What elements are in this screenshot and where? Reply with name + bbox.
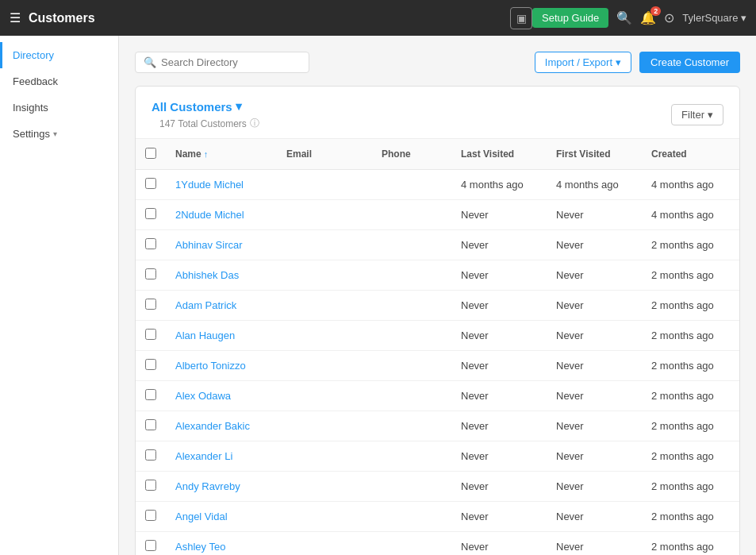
table-row: Andy Ravreby Never Never 2 months ago bbox=[136, 472, 740, 502]
col-created-header[interactable]: Created bbox=[642, 139, 737, 170]
row-name[interactable]: Abhishek Das bbox=[166, 260, 277, 291]
row-name[interactable]: 2Ndude Michel bbox=[166, 200, 277, 230]
row-checkbox[interactable] bbox=[145, 329, 156, 340]
row-last-visited: Never bbox=[451, 502, 547, 532]
row-name[interactable]: Abhinav Sircar bbox=[166, 230, 277, 260]
create-customer-button[interactable]: Create Customer bbox=[639, 52, 740, 73]
row-name[interactable]: 1Ydude Michel bbox=[166, 170, 277, 200]
info-icon: ⓘ bbox=[250, 117, 259, 130]
row-phone bbox=[372, 200, 451, 230]
customer-name-link[interactable]: 1Ydude Michel bbox=[175, 179, 244, 191]
user-menu[interactable]: TylerSquare ▾ bbox=[682, 12, 746, 24]
row-checkbox[interactable] bbox=[145, 480, 156, 491]
row-checkbox[interactable] bbox=[145, 389, 156, 400]
row-checkbox-cell[interactable] bbox=[136, 200, 166, 230]
row-last-visited: Never bbox=[451, 321, 547, 351]
row-name[interactable]: Alan Haugen bbox=[166, 321, 277, 351]
row-checkbox-cell[interactable] bbox=[136, 321, 166, 351]
row-checkbox[interactable] bbox=[145, 419, 156, 430]
row-first-visited: Never bbox=[547, 321, 642, 351]
customer-name-link[interactable]: Andy Ravreby bbox=[175, 480, 240, 492]
row-checkbox[interactable] bbox=[145, 540, 156, 551]
sidebar-item-feedback[interactable]: Feedback bbox=[0, 68, 118, 94]
customer-name-link[interactable]: Ashley Teo bbox=[175, 541, 225, 553]
row-checkbox-cell[interactable] bbox=[136, 411, 166, 441]
search-box: 🔍 bbox=[135, 52, 309, 73]
customer-name-link[interactable]: Adam Patrick bbox=[175, 299, 236, 311]
row-checkbox-cell[interactable] bbox=[136, 502, 166, 532]
row-email bbox=[277, 441, 372, 472]
search-icon: 🔍 bbox=[144, 56, 156, 68]
menu-icon[interactable]: ☰ bbox=[10, 10, 21, 25]
sidebar-item-directory[interactable]: Directory bbox=[0, 42, 118, 68]
row-name[interactable]: Alexander Li bbox=[166, 441, 277, 472]
row-company bbox=[737, 260, 740, 291]
customer-name-link[interactable]: Alan Haugen bbox=[175, 330, 235, 341]
import-export-button[interactable]: Import / Export ▾ bbox=[535, 52, 631, 73]
col-phone-header[interactable]: Phone bbox=[372, 139, 451, 170]
row-checkbox[interactable] bbox=[145, 178, 156, 189]
search-input[interactable] bbox=[161, 56, 301, 68]
customer-name-link[interactable]: Alexander Li bbox=[175, 450, 232, 462]
col-email-header[interactable]: Email bbox=[277, 139, 372, 170]
sidebar-item-insights[interactable]: Insights bbox=[0, 94, 118, 121]
row-email bbox=[277, 502, 372, 532]
table-row: Abhinav Sircar Never Never 2 months ago bbox=[136, 230, 740, 260]
select-all-checkbox[interactable] bbox=[145, 148, 156, 159]
row-checkbox[interactable] bbox=[145, 359, 156, 370]
col-first-visited-header[interactable]: First Visited bbox=[547, 139, 642, 170]
col-company-header[interactable]: Company bbox=[737, 139, 740, 170]
sidebar-item-settings[interactable]: Settings ▾ bbox=[0, 121, 118, 147]
square-icon[interactable]: ▣ bbox=[510, 7, 532, 29]
setup-guide-button[interactable]: Setup Guide bbox=[532, 8, 608, 28]
bell-icon[interactable]: 🔔 2 bbox=[640, 10, 656, 25]
row-phone bbox=[372, 321, 451, 351]
row-checkbox-cell[interactable] bbox=[136, 381, 166, 411]
row-checkbox-cell[interactable] bbox=[136, 532, 166, 556]
row-phone bbox=[372, 260, 451, 291]
row-checkbox-cell[interactable] bbox=[136, 260, 166, 291]
row-checkbox[interactable] bbox=[145, 208, 156, 219]
row-email bbox=[277, 200, 372, 230]
row-checkbox[interactable] bbox=[145, 299, 156, 310]
row-name[interactable]: Andy Ravreby bbox=[166, 472, 277, 502]
customer-name-link[interactable]: Alex Odawa bbox=[175, 390, 231, 402]
row-name[interactable]: Alberto Tonizzo bbox=[166, 351, 277, 381]
search-icon[interactable]: 🔍 bbox=[616, 10, 632, 25]
row-checkbox-cell[interactable] bbox=[136, 291, 166, 321]
all-customers-title[interactable]: All Customers ▾ bbox=[152, 99, 259, 114]
table-row: Adam Patrick Never Never 2 months ago bbox=[136, 291, 740, 321]
col-name-header[interactable]: Name bbox=[166, 139, 277, 170]
select-all-header[interactable] bbox=[136, 139, 166, 170]
col-last-visited-header[interactable]: Last Visited bbox=[451, 139, 547, 170]
row-checkbox[interactable] bbox=[145, 238, 156, 249]
row-phone bbox=[372, 411, 451, 441]
customer-name-link[interactable]: Alberto Tonizzo bbox=[175, 360, 246, 372]
row-checkbox[interactable] bbox=[145, 268, 156, 279]
help-icon[interactable]: ⊙ bbox=[664, 10, 674, 25]
customer-name-link[interactable]: Angel Vidal bbox=[175, 511, 228, 522]
row-name[interactable]: Ashley Teo bbox=[166, 532, 277, 556]
row-checkbox-cell[interactable] bbox=[136, 472, 166, 502]
customer-name-link[interactable]: Abhishek Das bbox=[175, 269, 239, 281]
row-email bbox=[277, 351, 372, 381]
customer-name-link[interactable]: Abhinav Sircar bbox=[175, 239, 243, 251]
row-email bbox=[277, 260, 372, 291]
row-checkbox-cell[interactable] bbox=[136, 441, 166, 472]
row-name[interactable]: Alexander Bakic bbox=[166, 411, 277, 441]
row-name[interactable]: Angel Vidal bbox=[166, 502, 277, 532]
row-phone bbox=[372, 472, 451, 502]
row-checkbox-cell[interactable] bbox=[136, 170, 166, 200]
row-last-visited: Never bbox=[451, 381, 547, 411]
row-checkbox[interactable] bbox=[145, 449, 156, 461]
customer-name-link[interactable]: 2Ndude Michel bbox=[175, 209, 244, 221]
filter-button[interactable]: Filter ▾ bbox=[671, 104, 723, 125]
row-checkbox-cell[interactable] bbox=[136, 230, 166, 260]
row-email bbox=[277, 291, 372, 321]
row-checkbox[interactable] bbox=[145, 510, 156, 521]
row-name[interactable]: Adam Patrick bbox=[166, 291, 277, 321]
chevron-down-icon: ▾ bbox=[236, 99, 242, 114]
customer-name-link[interactable]: Alexander Bakic bbox=[175, 420, 250, 432]
row-name[interactable]: Alex Odawa bbox=[166, 381, 277, 411]
row-checkbox-cell[interactable] bbox=[136, 351, 166, 381]
